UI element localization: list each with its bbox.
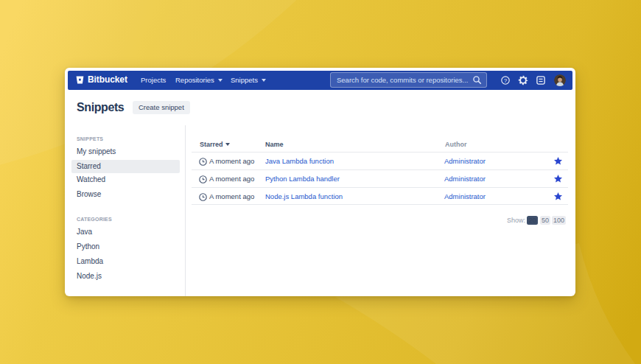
svg-text:?: ? — [504, 77, 508, 84]
